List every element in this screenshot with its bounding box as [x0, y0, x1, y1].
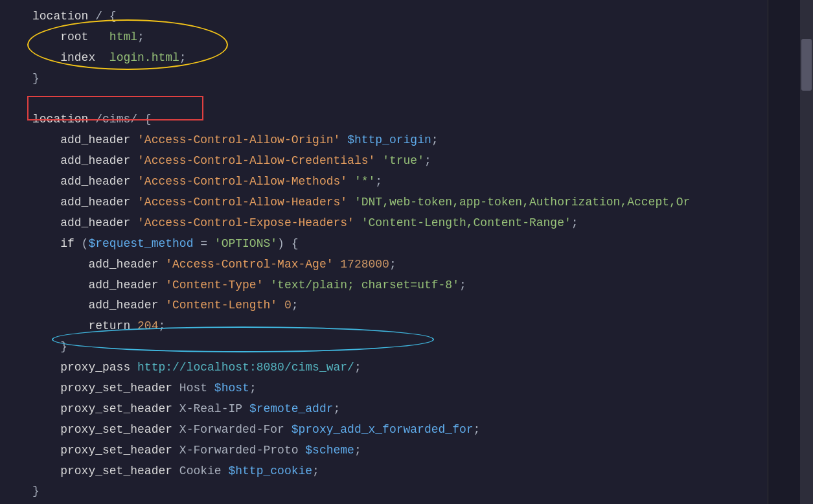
token: 'Access-Control-Allow-Origin' [137, 132, 340, 150]
token: / { [88, 8, 116, 26]
token: add_header [32, 194, 130, 212]
token: ; [389, 256, 396, 274]
token: proxy_set_header [32, 380, 172, 398]
token: } [32, 70, 40, 88]
token: location [32, 8, 88, 26]
token: ; [292, 297, 299, 315]
token: ; [375, 173, 382, 191]
token: ; [249, 380, 257, 398]
code-line-2: root html; [0, 27, 813, 48]
token: $proxy_add_x_forwarded_for [292, 421, 474, 439]
token: ; [459, 277, 466, 295]
token [130, 152, 137, 170]
token: add_header [32, 214, 130, 233]
token: http://localhost:8080/cims_war/ [137, 359, 354, 377]
code-line-7: add_header 'Access-Control-Allow-Origin'… [0, 130, 813, 151]
token [334, 256, 341, 274]
token: proxy_set_header [32, 400, 172, 418]
token: $http_origin [347, 132, 431, 150]
token [130, 317, 137, 336]
token: '*' [354, 173, 375, 191]
scrollbar[interactable] [800, 0, 813, 504]
code-line-24: } [0, 481, 813, 502]
token: ; [354, 442, 361, 460]
token: add_header [32, 132, 130, 150]
code-line-15: add_header 'Content-Length' 0; [0, 295, 813, 316]
token: 'Content-Type' [165, 277, 263, 295]
token: 'text/plain; charset=utf-8' [270, 277, 459, 295]
token: 'Access-Control-Max-Age' [165, 256, 333, 274]
code-line-12: if ($request_method = 'OPTIONS') { [0, 234, 813, 255]
token: Cookie [172, 463, 228, 481]
token: add_header [32, 277, 158, 295]
token [130, 173, 137, 191]
token: index [32, 49, 95, 67]
code-line-23: proxy_set_header Cookie $http_cookie; [0, 461, 813, 482]
token: $remote_addr [249, 400, 334, 418]
token: $request_method [88, 235, 193, 253]
code-line-5 [0, 89, 813, 110]
token: ( [74, 235, 89, 253]
token: ) { [277, 235, 298, 253]
token [347, 194, 354, 212]
code-line-4: } [0, 69, 813, 89]
token [88, 29, 109, 47]
token [95, 49, 109, 67]
token [130, 214, 137, 233]
token: ; [312, 463, 319, 481]
token: 'Content-Length,Content-Range' [361, 214, 571, 233]
code-editor: location / { root html; index login.html… [0, 0, 813, 504]
token [354, 214, 361, 233]
token: add_header [32, 256, 158, 274]
token: X-Real-IP [172, 400, 249, 418]
token [130, 132, 137, 150]
token [263, 277, 270, 295]
token: 1728000 [340, 256, 389, 274]
token: $host [214, 380, 249, 398]
token: 'Access-Control-Allow-Methods' [137, 173, 347, 191]
code-line-18: proxy_pass http://localhost:8080/cims_wa… [0, 358, 813, 378]
scrollbar-thumb[interactable] [801, 39, 812, 91]
token: proxy_set_header [32, 463, 172, 481]
token: add_header [32, 173, 130, 191]
token: if [32, 235, 74, 253]
token: = [193, 235, 214, 253]
token [158, 256, 165, 274]
code-line-19: proxy_set_header Host $host; [0, 378, 813, 399]
token [340, 132, 347, 150]
token [277, 297, 284, 315]
token: ; [431, 132, 439, 150]
token: root [32, 29, 88, 47]
code-line-22: proxy_set_header X-Forwarded-Proto $sche… [0, 441, 813, 461]
token: X-Forwarded-Proto [172, 442, 305, 460]
token: ; [354, 359, 361, 377]
token: ; [334, 400, 341, 418]
token [130, 359, 137, 377]
token [158, 277, 165, 295]
token: 0 [284, 297, 292, 315]
token: 'Access-Control-Allow-Credentials' [137, 152, 375, 170]
token: 'Access-Control-Expose-Headers' [137, 214, 354, 233]
token: $scheme [305, 442, 354, 460]
token: add_header [32, 297, 158, 315]
code-line-17: } [0, 337, 813, 358]
token: location [32, 111, 88, 129]
token: ; [424, 152, 431, 170]
token: proxy_pass [32, 359, 130, 377]
token: ; [179, 49, 187, 67]
token: ; [158, 317, 165, 336]
code-line-9: add_header 'Access-Control-Allow-Methods… [0, 172, 813, 192]
code-line-14: add_header 'Content-Type' 'text/plain; c… [0, 275, 813, 296]
token: ; [571, 214, 578, 233]
token: html [109, 29, 137, 47]
token [347, 173, 354, 191]
token [130, 194, 137, 212]
code-line-16: return 204; [0, 316, 813, 337]
token: /cims/ { [88, 111, 151, 129]
token: Host [172, 380, 214, 398]
code-line-1: location / { [0, 6, 813, 27]
token: 'OPTIONS' [214, 235, 277, 253]
token [158, 297, 165, 315]
code-line-11: add_header 'Access-Control-Expose-Header… [0, 213, 813, 234]
code-line-3: index login.html; [0, 48, 813, 69]
